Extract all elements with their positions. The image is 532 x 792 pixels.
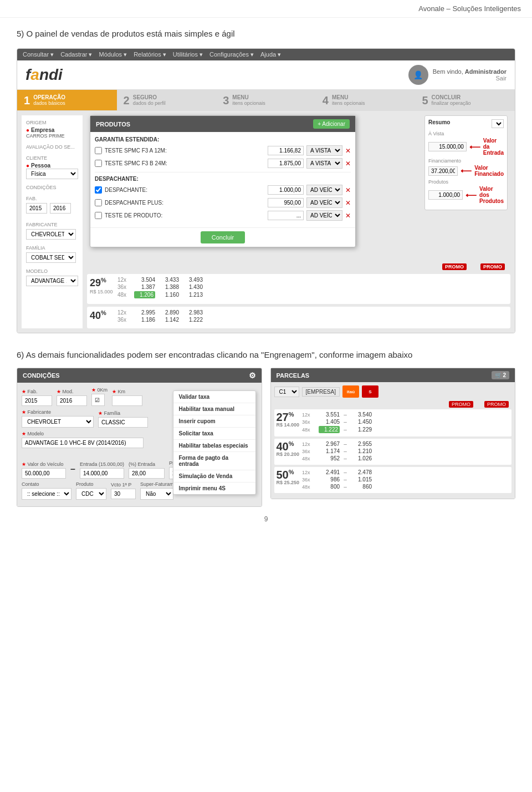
dropdown-menu: Validar taxa Habilitar taxa manual Inser… xyxy=(173,390,256,495)
desp-row-1: DESPACHANTE: AD VEÍC ✕ xyxy=(95,185,351,195)
product-delete-2[interactable]: ✕ xyxy=(345,160,351,167)
fab-field-input[interactable] xyxy=(22,395,52,406)
cart-badge: 🛒 2 xyxy=(492,371,509,379)
familia-select[interactable]: COBALT SEDAN xyxy=(26,252,76,263)
nav-relatorios[interactable]: Relatórios ▾ xyxy=(134,51,166,58)
logout-link[interactable]: Sair xyxy=(433,75,507,82)
product-delete-1[interactable]: ✕ xyxy=(345,147,351,155)
parc-block-40: 40% R$ 20.200 12x 2.967 – 2.955 36x xyxy=(274,439,512,465)
concluir-button[interactable]: Concluir xyxy=(201,231,245,243)
nav-cadastrar[interactable]: Cadastrar ▾ xyxy=(60,51,92,58)
resume-panel: Resumo À Vista ⟵ Valor da Entrada xyxy=(424,115,508,210)
wizard-step-5[interactable]: 5 CONCLUIR finalizar operação xyxy=(415,90,515,110)
produto-select[interactable]: CDC xyxy=(76,488,106,500)
desp-check-3[interactable] xyxy=(95,212,102,219)
desp-value-1[interactable] xyxy=(268,185,304,195)
veiculo-input[interactable] xyxy=(22,468,66,479)
modelo2-input[interactable] xyxy=(22,438,144,448)
okm-field-label: 0Km xyxy=(98,387,108,393)
pct-entrada-input[interactable] xyxy=(129,468,165,479)
origem-label: ORIGEM xyxy=(26,120,78,125)
parc-row-48-27: 48x 1.222 – 1.229 xyxy=(302,426,509,433)
product-check-1[interactable] xyxy=(95,147,102,154)
menu-item-3[interactable]: Inserir cupom xyxy=(173,415,255,428)
empresa-badge: [EMPRESA] xyxy=(302,387,340,397)
contato-select[interactable]: :: selecione :: xyxy=(22,488,71,500)
parc-block-50: 50% R$ 25.250 12x 2.491 – 2.478 36x xyxy=(274,467,512,493)
nav-consultar[interactable]: Consultar ▾ xyxy=(23,51,54,58)
menu-item-1[interactable]: Validar taxa xyxy=(173,391,255,403)
parcelas-title: PARCELAS xyxy=(277,372,310,379)
avatar: 👤 xyxy=(408,65,428,85)
app-logo: fandi xyxy=(25,66,63,84)
desp-delete-2[interactable]: ✕ xyxy=(345,199,351,207)
mod-input[interactable] xyxy=(50,203,71,214)
gear-icon[interactable]: ⚙ xyxy=(249,371,256,380)
mod-field-input[interactable] xyxy=(57,395,87,406)
menu-item-4[interactable]: Solicitar taxa xyxy=(173,428,255,440)
financiamento-input[interactable] xyxy=(428,166,458,176)
fabricante-select[interactable]: CHEVROLET xyxy=(26,229,76,240)
desp-check-2[interactable] xyxy=(95,199,102,206)
product-check-2[interactable] xyxy=(95,160,102,167)
desp-delete-1[interactable]: ✕ xyxy=(345,186,351,194)
familia2-field: ★ Família xyxy=(98,410,148,428)
okm-checkbox[interactable] xyxy=(91,394,105,406)
c1-select[interactable]: C1 xyxy=(274,387,299,397)
produtos-row: Produtos ⟵ Valor dos Produtos xyxy=(428,179,504,204)
vcto-input[interactable] xyxy=(111,489,136,499)
left-panel: ORIGEM ● Empresa CARROS PRIME AVALIAÇÃO … xyxy=(22,115,83,328)
desp-type-1[interactable]: AD VEÍC xyxy=(306,185,342,195)
desp-type-2[interactable]: AD VEÍC xyxy=(306,197,342,208)
wizard-step-4[interactable]: 4 MENU itens opcionais xyxy=(316,90,416,110)
product-name-1: TESTE SPMC F3 A 12M: xyxy=(105,148,265,154)
menu-item-5[interactable]: Habilitar tabelas especiais xyxy=(173,440,255,452)
km-field: ★ Km xyxy=(112,389,142,406)
inst-row-48-29: 48x 1.206 1.160 1.213 xyxy=(117,291,508,298)
pessoa-select[interactable]: Física xyxy=(26,169,78,179)
fabricante2-select[interactable]: CHEVROLET xyxy=(22,416,94,428)
nav-ajuda[interactable]: Ajuda ▾ xyxy=(260,51,281,58)
modelo-select[interactable]: ADVANTAGE 1.4 8V (ECONO.FLEX) (2013/2016… xyxy=(26,276,78,286)
modelo-label: Modelo xyxy=(26,268,78,274)
nav-configuracoes[interactable]: Configurações ▾ xyxy=(209,51,254,58)
desp-delete-3[interactable]: ✕ xyxy=(345,212,351,220)
condic-title: CONDIÇÕES xyxy=(23,372,60,379)
desp-value-3[interactable] xyxy=(268,211,304,220)
add-button[interactable]: + Adicionar xyxy=(313,119,350,129)
parc-promo-row: PROMO PROMO xyxy=(274,401,512,408)
product-type-2[interactable]: A VISTA xyxy=(306,158,342,169)
entrada-label: Entrada (15.000,00) xyxy=(80,461,124,467)
nav-modulos[interactable]: Módulos ▾ xyxy=(99,51,127,58)
desp-check-1[interactable] xyxy=(95,186,102,194)
modelo-group: Modelo ADVANTAGE 1.4 8V (ECONO.FLEX) (20… xyxy=(26,268,78,286)
product-value-2[interactable] xyxy=(268,159,304,168)
menu-item-7[interactable]: Simulação de Venda xyxy=(173,470,255,483)
produtos-input[interactable] xyxy=(428,190,463,200)
product-value-1[interactable] xyxy=(268,146,304,155)
menu-item-8[interactable]: Imprimir menu 4S xyxy=(173,483,255,494)
modelo2-label: Modelo xyxy=(28,431,44,436)
fab-input[interactable] xyxy=(26,203,47,214)
wizard-step-1[interactable]: 1 OPERAÇÃO dados básicos xyxy=(17,90,117,110)
wizard-step-2[interactable]: 2 SEGURO dados do perfil xyxy=(117,90,217,110)
nav-utilitarios[interactable]: Utilitários ▾ xyxy=(173,51,203,58)
product-type-1[interactable]: A VISTA xyxy=(306,145,342,156)
entrada-input[interactable] xyxy=(80,468,124,479)
familia2-input[interactable] xyxy=(98,417,148,428)
menu-item-6[interactable]: Forma de pagto da entrada xyxy=(173,452,255,470)
cliente-group: CLIENTE ● Pessoa Física xyxy=(26,155,78,179)
origem-group: ORIGEM ● Empresa CARROS PRIME xyxy=(26,120,78,139)
km-field-input[interactable] xyxy=(112,395,142,406)
wizard-step-3[interactable]: 3 MENU itens opcionais xyxy=(216,90,316,110)
desp-type-3[interactable]: AD VEÍC xyxy=(306,210,342,221)
mod-field-label: Mod. xyxy=(63,389,74,394)
desp-value-2[interactable] xyxy=(268,198,304,207)
menu-item-2[interactable]: Habilitar taxa manual xyxy=(173,403,255,415)
resume-select[interactable] xyxy=(492,119,504,128)
avista-input[interactable] xyxy=(428,142,467,151)
avista-row: À Vista ⟵ Valor da Entrada xyxy=(428,131,504,156)
despachante-label: DESPACHANTE: xyxy=(95,176,351,182)
annotation-produtos: Valor dos Produtos xyxy=(479,186,504,204)
super-fat-select[interactable]: Não xyxy=(140,488,173,500)
